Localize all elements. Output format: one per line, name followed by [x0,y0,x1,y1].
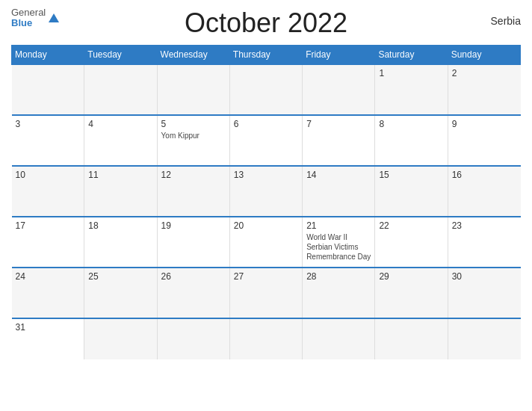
day-number: 27 [234,271,298,282]
calendar-cell: 5Yom Kippur [157,115,229,166]
calendar-cell: 13 [229,166,302,217]
calendar-cell [229,318,302,359]
calendar-cell: 6 [229,115,302,166]
calendar-cell [229,64,302,115]
day-number: 8 [379,119,443,129]
weekday-header-monday: Monday [12,46,84,65]
day-number: 25 [88,271,152,282]
logo: General Blue [11,7,59,29]
calendar-cell: 11 [84,166,157,217]
calendar-cell: 23 [448,217,520,268]
day-number: 31 [16,322,81,333]
calendar-cell [303,318,375,359]
calendar-week-row: 12 [12,64,521,115]
month-title: October 2022 [185,7,347,39]
day-number: 14 [306,170,371,180]
event-text: World War II Serbian Victims Remembrance… [306,232,371,262]
weekday-header-sunday: Sunday [448,46,520,65]
logo-general-text: General [11,7,46,18]
day-number: 17 [16,220,81,231]
day-number: 23 [452,220,517,231]
calendar-cell: 12 [157,166,229,217]
day-number: 15 [379,170,443,180]
calendar-cell: 1 [375,64,448,115]
day-number: 2 [452,68,517,78]
day-number: 13 [234,170,298,180]
weekday-header-row: MondayTuesdayWednesdayThursdayFridaySatu… [12,46,521,65]
calendar-week-row: 10111213141516 [12,166,521,217]
calendar-week-row: 31 [12,318,521,359]
day-number: 11 [88,170,152,180]
calendar-cell: 27 [229,268,302,318]
day-number: 30 [452,271,517,282]
calendar-cell [303,64,375,115]
calendar-cell: 18 [84,217,157,268]
day-number: 3 [16,119,81,129]
day-number: 12 [161,170,226,180]
day-number: 26 [161,271,226,282]
calendar-cell: 19 [157,217,229,268]
calendar-cell: 7 [303,115,375,166]
calendar-cell [84,318,157,359]
calendar-cell: 9 [448,115,520,166]
calendar-table: MondayTuesdayWednesdayThursdayFridaySatu… [11,45,521,359]
calendar-cell: 21World War II Serbian Victims Remembran… [303,217,375,268]
calendar-cell: 15 [375,166,448,217]
logo-triangle-icon [49,13,59,22]
calendar-cell [84,64,157,115]
calendar-cell: 20 [229,217,302,268]
day-number: 4 [88,119,152,129]
calendar-cell: 3 [12,115,84,166]
day-number: 5 [161,119,226,129]
calendar-cell: 8 [375,115,448,166]
weekday-header-saturday: Saturday [375,46,448,65]
weekday-header-friday: Friday [303,46,375,65]
day-number: 20 [234,220,298,231]
calendar-cell: 28 [303,268,375,318]
day-number: 7 [306,119,371,129]
calendar-cell: 17 [12,217,84,268]
calendar-week-row: 24252627282930 [12,268,521,318]
day-number: 28 [306,271,371,282]
calendar-cell [375,318,448,359]
country-label: Serbia [491,15,521,27]
calendar-cell: 4 [84,115,157,166]
logo-blue-text: Blue [11,18,46,28]
weekday-header-wednesday: Wednesday [157,46,229,65]
day-number: 29 [379,271,443,282]
calendar-cell: 10 [12,166,84,217]
calendar-cell [157,318,229,359]
calendar-cell: 14 [303,166,375,217]
day-number: 18 [88,220,152,231]
calendar-week-row: 345Yom Kippur6789 [12,115,521,166]
calendar-cell: 29 [375,268,448,318]
calendar-container: General Blue October 2022 Serbia MondayT… [0,0,532,411]
calendar-cell [12,64,84,115]
calendar-cell: 25 [84,268,157,318]
day-number: 9 [452,119,517,129]
day-number: 6 [234,119,298,129]
calendar-cell: 30 [448,268,520,318]
event-text: Yom Kippur [161,131,226,140]
calendar-cell [157,64,229,115]
calendar-cell: 24 [12,268,84,318]
calendar-cell: 16 [448,166,520,217]
calendar-cell [448,318,520,359]
calendar-cell: 31 [12,318,84,359]
day-number: 10 [16,170,81,180]
day-number: 16 [452,170,517,180]
calendar-week-row: 1718192021World War II Serbian Victims R… [12,217,521,268]
day-number: 19 [161,220,226,231]
calendar-cell: 2 [448,64,520,115]
calendar-cell: 22 [375,217,448,268]
day-number: 24 [16,271,81,282]
calendar-cell: 26 [157,268,229,318]
weekday-header-tuesday: Tuesday [84,46,157,65]
weekday-header-thursday: Thursday [229,46,302,65]
calendar-header: General Blue October 2022 Serbia [11,7,521,39]
day-number: 22 [379,220,443,231]
day-number: 1 [379,68,443,78]
day-number: 21 [306,220,371,231]
